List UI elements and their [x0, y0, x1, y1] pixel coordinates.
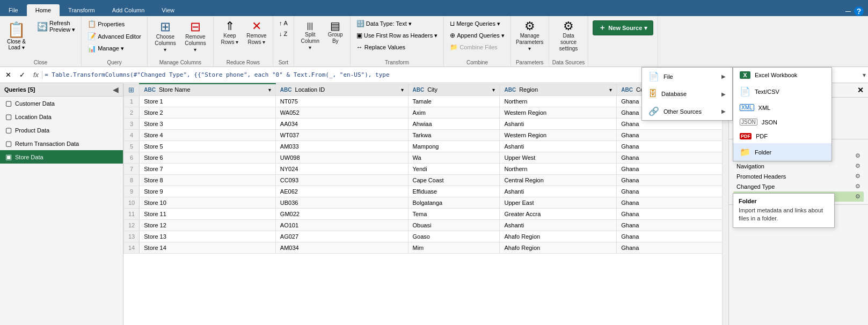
choose-columns-button[interactable]: ⊞ ChooseColumns ▾ [151, 18, 180, 55]
col-dropdown-arrow-2[interactable]: ▾ [492, 87, 495, 93]
pdf-item[interactable]: PDF PDF [733, 129, 831, 143]
cell-12-1[interactable]: Store 13 [140, 231, 276, 242]
advanced-editor-button[interactable]: 📝 Advanced Editor [85, 31, 144, 42]
keep-rows-button[interactable]: ⇑ KeepRows ▾ [217, 18, 243, 48]
col-header-2[interactable]: ABCCity▾ [408, 84, 500, 95]
step-gear-3[interactable]: ⚙ [855, 183, 860, 190]
cell-1-2[interactable]: WA052 [275, 107, 408, 118]
cell-2-4[interactable]: Ashanti [500, 118, 617, 129]
cell-13-4[interactable]: Ahafo Region [500, 242, 617, 253]
cell-0-2[interactable]: NT075 [275, 95, 408, 107]
table-row[interactable]: 2Store 2WA052AximWestern RegionGhana [124, 107, 728, 118]
cell-6-5[interactable]: Ghana [617, 163, 728, 174]
formula-cancel-button[interactable]: ✕ [2, 69, 14, 81]
applied-step-2[interactable]: Promoted Headers⚙ [733, 171, 864, 181]
sidebar-item-0[interactable]: ▢Customer Data [0, 97, 123, 110]
cell-7-1[interactable]: Store 8 [140, 174, 276, 186]
group-by-button[interactable]: ▤ GroupBy [324, 18, 347, 47]
cell-2-2[interactable]: AA034 [275, 118, 408, 129]
cell-0-3[interactable]: Tamale [408, 95, 500, 107]
col-header-3[interactable]: ABCRegion▾ [500, 84, 617, 95]
append-queries-button[interactable]: ⊕ Append Queries ▾ [447, 30, 507, 41]
table-row[interactable]: 9Store 9AE062EffiduaseAshantiGhana [124, 186, 728, 197]
cell-3-3[interactable]: Tarkwa [408, 129, 500, 141]
cell-6-1[interactable]: Store 7 [140, 163, 276, 174]
col-dropdown-arrow-1[interactable]: ▾ [401, 87, 404, 93]
new-source-button[interactable]: ＋ New Source ▾ [593, 20, 653, 35]
tab-transform[interactable]: Transform [60, 4, 104, 16]
cell-5-3[interactable]: Wa [408, 152, 500, 163]
new-source-other-item[interactable]: 🔗 Other Sources ▶ [642, 102, 732, 120]
excel-workbook-item[interactable]: X Excel Workbook [733, 68, 831, 83]
cell-12-3[interactable]: Goaso [408, 231, 500, 242]
cell-4-3[interactable]: Mampong [408, 141, 500, 152]
table-row[interactable]: 10Store 10UB036BolgatangaUpper EastGhana [124, 197, 728, 208]
step-gear-2[interactable]: ⚙ [855, 173, 860, 180]
new-source-file-item[interactable]: 📄 File ▶ [642, 68, 732, 85]
cell-7-4[interactable]: Central Region [500, 174, 617, 186]
cell-5-1[interactable]: Store 6 [140, 152, 276, 163]
sort-desc-button[interactable]: ↓Z [276, 29, 290, 39]
cell-1-1[interactable]: Store 2 [140, 107, 276, 118]
data-type-button[interactable]: 🔡 Data Type: Text ▾ [354, 18, 440, 29]
tab-file[interactable]: File [0, 4, 27, 16]
cell-10-1[interactable]: Store 11 [140, 208, 276, 219]
table-row[interactable]: 8Store 8CC093Cape CoastCentral RegionGha… [124, 174, 728, 186]
cell-13-5[interactable]: Ghana [617, 242, 728, 253]
sort-asc-button[interactable]: ↑A [276, 18, 290, 28]
combine-files-button[interactable]: 📁 Combine Files [447, 42, 507, 53]
cell-11-4[interactable]: Ashanti [500, 219, 617, 231]
refresh-preview-button[interactable]: 🔄 RefreshPreview ▾ [34, 18, 78, 35]
tab-view[interactable]: View [153, 4, 183, 16]
cell-13-2[interactable]: AM034 [275, 242, 408, 253]
sidebar-item-1[interactable]: ▢Location Data [0, 110, 123, 123]
cell-8-4[interactable]: Ashanti [500, 186, 617, 197]
cell-4-1[interactable]: Store 5 [140, 141, 276, 152]
table-row[interactable]: 14Store 14AM034MimAhafo RegionGhana [124, 242, 728, 253]
cell-9-5[interactable]: Ghana [617, 197, 728, 208]
cell-9-1[interactable]: Store 10 [140, 197, 276, 208]
help-icon[interactable]: ? [854, 6, 864, 16]
cell-8-1[interactable]: Store 9 [140, 186, 276, 197]
cell-8-2[interactable]: AE062 [275, 186, 408, 197]
cell-2-1[interactable]: Store 3 [140, 118, 276, 129]
cell-7-2[interactable]: CC093 [275, 174, 408, 186]
cell-12-2[interactable]: AG027 [275, 231, 408, 242]
cell-7-3[interactable]: Cape Coast [408, 174, 500, 186]
cell-6-2[interactable]: NY024 [275, 163, 408, 174]
xml-item[interactable]: XML XML [733, 100, 831, 115]
close-load-button[interactable]: 📋 Close &Load ▾ [3, 18, 30, 53]
cell-3-2[interactable]: WT037 [275, 129, 408, 141]
step-gear-1[interactable]: ⚙ [855, 162, 860, 169]
table-row[interactable]: 13Store 13AG027GoasoAhafo RegionGhana [124, 231, 728, 242]
table-row[interactable]: 6Store 6UW098WaUpper WestGhana [124, 152, 728, 163]
col-header-1[interactable]: ABCLocation ID▾ [275, 84, 408, 95]
manage-button[interactable]: 📊 Manage ▾ [85, 43, 144, 54]
cell-10-5[interactable]: Ghana [617, 208, 728, 219]
cell-8-5[interactable]: Ghana [617, 186, 728, 197]
tab-home[interactable]: Home [27, 4, 60, 16]
col-dropdown-arrow-0[interactable]: ▾ [268, 87, 271, 93]
properties-button[interactable]: 📋 Properties [85, 18, 144, 29]
cell-10-3[interactable]: Tema [408, 208, 500, 219]
cell-11-5[interactable]: Ghana [617, 219, 728, 231]
manage-parameters-button[interactable]: ⚙ ManageParameters ▾ [514, 18, 545, 54]
step-gear-4[interactable]: ⚙ [855, 193, 860, 200]
cell-12-5[interactable]: Ghana [617, 231, 728, 242]
new-source-database-item[interactable]: 🗄 Database ▶ [642, 85, 732, 102]
cell-1-3[interactable]: Axim [408, 107, 500, 118]
sidebar-item-3[interactable]: ▢Return Transaction Data [0, 137, 123, 150]
replace-values-button[interactable]: ↔ Replace Values [354, 42, 440, 53]
cell-9-4[interactable]: Upper East [500, 197, 617, 208]
cell-12-4[interactable]: Ahafo Region [500, 231, 617, 242]
cell-13-3[interactable]: Mim [408, 242, 500, 253]
cell-11-3[interactable]: Obuasi [408, 219, 500, 231]
remove-columns-button[interactable]: ⊟ RemoveColumns ▾ [181, 18, 210, 55]
cell-0-1[interactable]: Store 1 [140, 95, 276, 107]
table-row[interactable]: 4Store 4WT037TarkwaWestern RegionGhana [124, 129, 728, 141]
cell-10-4[interactable]: Greater Accra [500, 208, 617, 219]
cell-1-4[interactable]: Western Region [500, 107, 617, 118]
cell-6-3[interactable]: Yendi [408, 163, 500, 174]
table-row[interactable]: 7Store 7NY024YendiNorthernGhana [124, 163, 728, 174]
col-header-0[interactable]: ABCStore Name▾ [140, 84, 276, 95]
